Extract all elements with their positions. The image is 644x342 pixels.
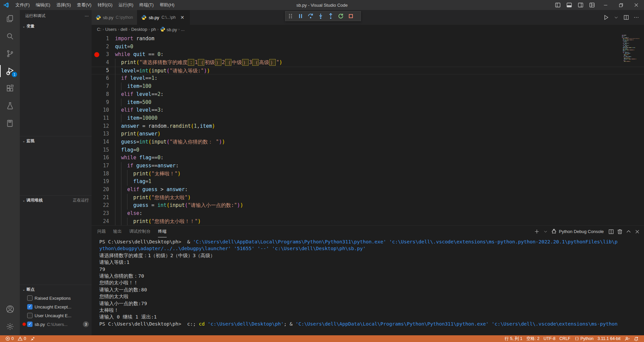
- menu-item-1[interactable]: 编辑(E): [33, 0, 53, 10]
- menu-item-0[interactable]: 文件(F): [12, 0, 33, 10]
- activity-account[interactable]: [0, 300, 20, 318]
- code-line[interactable]: 21 print("您猜的太大啦"): [92, 194, 644, 202]
- code-line[interactable]: 17 if guess==answer:: [92, 162, 644, 170]
- breakpoint-row[interactable]: User Uncaught E...: [20, 311, 92, 320]
- breakpoint-row[interactable]: sb.pyC:\Users...3: [20, 320, 92, 329]
- panel-tab-0[interactable]: 问题: [97, 226, 106, 237]
- menu-item-6[interactable]: 终端(T): [136, 0, 157, 10]
- breakpoint-checkbox[interactable]: [27, 322, 33, 327]
- editor-gutter[interactable]: 9: [92, 99, 115, 107]
- minimap[interactable]: [622, 35, 641, 62]
- minimize-button[interactable]: [598, 0, 613, 10]
- code-line[interactable]: 16 while flag==0:: [92, 154, 644, 162]
- code-line[interactable]: 11 item=10000: [92, 114, 644, 122]
- activity-testing[interactable]: [0, 97, 20, 115]
- close-panel-button[interactable]: [633, 227, 641, 236]
- menu-item-2[interactable]: 选择(S): [53, 0, 74, 10]
- breakpoint-checkbox[interactable]: [27, 295, 33, 301]
- toggle-panel-button[interactable]: [564, 0, 575, 10]
- code-line[interactable]: 15 flag=0: [92, 146, 644, 154]
- code-line[interactable]: 1import random: [92, 35, 644, 43]
- active-terminal-label[interactable]: Python Debug Console: [551, 228, 604, 235]
- toggle-sidebar-button[interactable]: [552, 0, 564, 10]
- variables-header[interactable]: ⌄ 变量: [20, 22, 92, 31]
- stop-button[interactable]: [346, 11, 356, 21]
- editor-tab-1[interactable]: sb.pyC:\...\ph✕: [137, 10, 190, 25]
- menu-item-4[interactable]: 转到(G): [95, 0, 116, 10]
- code-line[interactable]: 24 print("您猜的太小啦！！"): [92, 218, 644, 225]
- maximize-panel-button[interactable]: [625, 227, 633, 236]
- editor-gutter[interactable]: 6: [92, 74, 115, 82]
- editor-gutter[interactable]: 7: [92, 82, 115, 91]
- step-over-button[interactable]: [306, 11, 316, 21]
- editor-gutter[interactable]: 8: [92, 91, 115, 99]
- restart-button[interactable]: [336, 11, 346, 21]
- split-panel-button[interactable]: [607, 227, 615, 236]
- code-line[interactable]: 13 print(answer): [92, 130, 644, 138]
- code-line[interactable]: 19 flag=1: [92, 178, 644, 186]
- editor-gutter[interactable]: 18: [92, 170, 115, 178]
- code-line[interactable]: 3while quit == 0:: [92, 51, 644, 59]
- panel-tab-1[interactable]: 输出: [113, 226, 122, 237]
- bell-status[interactable]: [632, 335, 641, 342]
- activity-settings-gear[interactable]: [0, 318, 20, 335]
- restore-button[interactable]: [613, 0, 629, 10]
- callstack-header[interactable]: ⌄ 调用堆栈 正在运行: [20, 196, 92, 205]
- watch-header[interactable]: ⌄ 监视: [20, 136, 92, 145]
- step-out-button[interactable]: [326, 11, 336, 21]
- status--5-1[interactable]: 行 5, 列 1: [503, 335, 525, 342]
- breadcrumb-item[interactable]: sb.py: [160, 26, 177, 32]
- status-3-11-1-64-bit[interactable]: 3.11.1 64-bit: [595, 335, 623, 342]
- code-line[interactable]: 23 else:: [92, 210, 644, 218]
- editor-gutter[interactable]: 11: [92, 114, 115, 122]
- editor-gutter[interactable]: 19: [92, 178, 115, 186]
- breadcrumb-item[interactable]: ...: [181, 27, 184, 32]
- panel-tab-2[interactable]: 调试控制台: [129, 226, 151, 237]
- editor-gutter[interactable]: 21: [92, 194, 115, 202]
- breakpoint-checkbox[interactable]: [27, 313, 33, 318]
- breakpoint-row[interactable]: Raised Exceptions: [20, 294, 92, 302]
- terminal[interactable]: PS C:\Users\dell\Desktop\ph> & 'C:\Users…: [92, 237, 644, 335]
- breadcrumb-item[interactable]: Users: [105, 27, 117, 32]
- editor-gutter[interactable]: 15: [92, 146, 115, 154]
- code-line[interactable]: 22 guess = int(input("请输入小一点的数:")): [92, 202, 644, 210]
- code-editor[interactable]: 1import random2quit=03while quit == 0:4 …: [92, 34, 644, 225]
- error-status[interactable]: 0: [3, 335, 16, 342]
- status-crlf[interactable]: CRLF: [557, 335, 573, 342]
- person-add-status[interactable]: [623, 335, 632, 342]
- breakpoint-row[interactable]: Uncaught Except...: [20, 302, 92, 311]
- code-line[interactable]: 18 print("太棒啦！"): [92, 170, 644, 178]
- code-line[interactable]: 4 print("请选择猜数字的难度：1（初级）2（中级）3（高级）"): [92, 59, 644, 67]
- menu-item-7[interactable]: 帮助(H): [157, 0, 177, 10]
- status--2[interactable]: 空格: 2: [525, 335, 542, 342]
- editor-gutter[interactable]: 13: [92, 130, 115, 138]
- breadcrumb-item[interactable]: ph: [151, 27, 156, 32]
- pause-button[interactable]: [296, 11, 306, 21]
- warning-status[interactable]: 0: [16, 335, 28, 342]
- editor-gutter[interactable]: 17: [92, 162, 115, 170]
- code-line[interactable]: 10 elif level==3:: [92, 106, 644, 114]
- code-line[interactable]: 5 level=int(input("请输入等级:")): [92, 67, 644, 75]
- activity-extensions[interactable]: [0, 80, 20, 97]
- code-line[interactable]: 9 item=500: [92, 99, 644, 107]
- activity-run-debug[interactable]: 1: [0, 62, 20, 80]
- breadcrumb-item[interactable]: Desktop: [131, 27, 147, 32]
- panel-tab-3[interactable]: 终端: [158, 226, 167, 237]
- toggle-secondary-sidebar-button[interactable]: [575, 0, 586, 10]
- tab-close-icon[interactable]: ✕: [179, 14, 186, 21]
- menu-item-3[interactable]: 查看(V): [74, 0, 94, 10]
- breadcrumb-item[interactable]: dell: [120, 27, 127, 32]
- new-terminal-button[interactable]: [533, 227, 541, 236]
- editor-gutter[interactable]: 4: [92, 59, 115, 67]
- breadcrumb-item[interactable]: C:: [97, 27, 101, 32]
- braces-status[interactable]: Python: [573, 335, 596, 342]
- editor-gutter[interactable]: 14: [92, 138, 115, 146]
- editor-gutter[interactable]: 12: [92, 122, 115, 130]
- code-line[interactable]: 6 if level==1:: [92, 74, 644, 82]
- menu-item-5[interactable]: 运行(R): [115, 0, 136, 10]
- breakpoint-checkbox[interactable]: [27, 304, 33, 309]
- editor-gutter[interactable]: 5: [92, 67, 115, 74]
- breakpoint-icon[interactable]: [94, 52, 99, 57]
- breakpoints-header[interactable]: ⌄ 断点: [20, 285, 92, 294]
- activity-files[interactable]: [0, 10, 20, 27]
